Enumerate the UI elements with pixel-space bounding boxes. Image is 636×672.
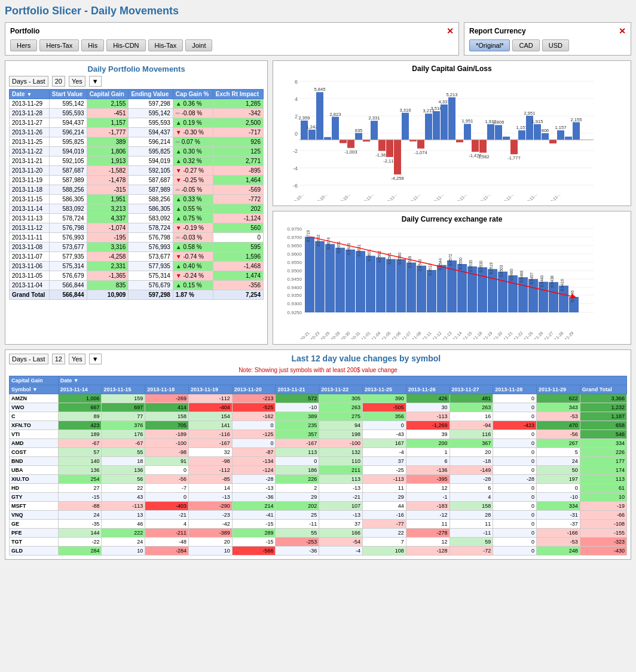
cell-pct: ▼ -0.19 % (173, 223, 213, 233)
symbol-value-cell: 0 (493, 511, 537, 520)
symbol-value-cell: 0 (493, 547, 537, 556)
svg-text:13-11-..: 13-11-.. (362, 192, 375, 201)
cell-gain: -1,777 (87, 128, 129, 137)
symbol-value-cell: -389 (188, 529, 232, 538)
symbol-name: GE (10, 520, 59, 529)
grand-total-gain: 10,909 (87, 290, 129, 300)
symbol-value-cell: 37 (363, 457, 406, 466)
table-row: 2013-11-15 586,305 1,951 588,256 ▲ 0.33 … (10, 195, 264, 204)
symbol-value-cell: -48 (145, 538, 189, 547)
svg-text:0.9440: 0.9440 (540, 275, 544, 287)
list-item: PFE144222-211-3892895516622-278-110-166-… (10, 529, 627, 538)
symbol-value-cell: 77 (102, 412, 145, 421)
symbol-value-cell: -116 (188, 430, 232, 439)
symbol-name: PFE (10, 529, 59, 538)
symbol-value-cell: 4 (145, 520, 189, 529)
symbol-value-cell: 1,006 (58, 394, 102, 403)
cell-exch: 0 (213, 233, 263, 243)
symbol-value-cell: 43 (102, 493, 145, 502)
symbol-value-cell: 44 (363, 502, 406, 511)
currency-pin-icon[interactable]: ✕ (619, 26, 626, 36)
symbol-value-cell: -183 (406, 502, 450, 511)
middle-section: Daily Portfolio Movements Days - Last 20… (5, 60, 631, 345)
symbol-value-cell: -108 (580, 520, 626, 529)
symbol-value-cell: 334 (580, 439, 626, 448)
portfolio-btn-his-cdn[interactable]: His-CDN (106, 39, 145, 51)
currency-btn-cad[interactable]: CAD (512, 39, 539, 51)
cell-start: 595,593 (49, 109, 87, 118)
grand-total-end: 597,298 (129, 290, 173, 300)
symbol-header-row1: Capital GainDate ▼ (10, 376, 627, 385)
symbol-value-cell: 198 (319, 430, 363, 439)
col-date: Date ▼ (10, 90, 50, 99)
symbol-value-cell: -53 (537, 538, 580, 547)
svg-text:13-11-..: 13-11-.. (502, 192, 515, 201)
portfolio-header: Portfolio ✕ (10, 26, 454, 36)
symbol-value-cell: -31 (537, 511, 580, 520)
symbol-name: VWO (10, 403, 59, 412)
symbol-value-cell: 12 (406, 538, 450, 547)
cell-end: 573,677 (129, 252, 173, 262)
symbol-value-cell: 11 (450, 520, 493, 529)
symbol-filter-dropdown[interactable]: ▼ (89, 354, 102, 364)
list-item: TGT-2224-4820-15-253-54712590-53-323 (10, 538, 627, 547)
cell-pct: ▲ 0.15 % (173, 281, 213, 290)
cell-start: 587,687 (49, 166, 87, 176)
symbol-col-header-capital-gain: Capital Gain (10, 376, 59, 385)
cell-gain: 3,316 (87, 243, 129, 252)
cell-pct: ▲ 0.55 % (173, 204, 213, 214)
symbol-col-date: 2013-11-22 (319, 385, 363, 394)
cell-date: 2013-11-20 (10, 166, 50, 176)
symbol-value-cell: -36 (232, 493, 276, 502)
symbol-value-cell: 0 (276, 457, 319, 466)
cell-start: 578,724 (49, 214, 87, 223)
symbol-value-cell: 305 (319, 394, 363, 403)
portfolio-btn-joint[interactable]: Joint (185, 39, 212, 51)
symbol-value-cell: -54 (319, 538, 363, 547)
bar (417, 140, 424, 149)
symbol-value-cell: 7 (363, 538, 406, 547)
list-item: VTI189176-189-116-125357198-43391160-565… (10, 430, 627, 439)
symbol-value-cell: -505 (363, 403, 406, 412)
cell-pct: ▲ 0.32 % (173, 157, 213, 166)
symbol-value-cell: 414 (145, 403, 189, 412)
currency-btn-usd[interactable]: USD (542, 39, 569, 51)
cell-pct: ═ -0.03 % (173, 233, 213, 243)
currency-label: Report Currency (469, 27, 526, 35)
portfolio-btn-hers[interactable]: Hers (10, 39, 37, 51)
symbol-value-cell: 10 (580, 493, 626, 502)
symbol-value-cell: -67 (102, 439, 145, 448)
cell-gain: -1,074 (87, 223, 129, 233)
currency-btn--original-[interactable]: *Original* (469, 39, 510, 51)
symbol-value-cell: 55 (102, 448, 145, 457)
cell-gain: -1,365 (87, 271, 129, 281)
svg-text:2,155: 2,155 (571, 117, 582, 122)
symbol-value-cell: 186 (276, 466, 319, 475)
filter-yes: Yes (69, 76, 85, 87)
col-exch: Exch Rt Impact (213, 90, 263, 99)
cell-pct: ▲ 0.19 % (173, 118, 213, 128)
page-title: Portfolio Slicer - Daily Movements (5, 5, 631, 17)
cell-start: 576,679 (49, 271, 87, 281)
portfolio-btn-his-tax[interactable]: His-Tax (148, 39, 184, 51)
cell-exch: -342 (213, 109, 263, 118)
symbol-value-cell: 29 (363, 493, 406, 502)
svg-text:2,331: 2,331 (369, 115, 380, 121)
portfolio-pin-icon[interactable]: ✕ (447, 26, 454, 36)
currency-bar (427, 270, 436, 312)
symbol-name: XFN.TO (10, 421, 59, 430)
filter-dropdown[interactable]: ▼ (89, 76, 102, 87)
bar (510, 140, 518, 154)
symbol-value-cell: -42 (188, 520, 232, 529)
symbol-value-cell: 667 (58, 403, 102, 412)
bar (549, 140, 556, 143)
svg-text:13-11-..: 13-11-.. (478, 192, 491, 201)
symbol-value-cell: -98 (145, 448, 189, 457)
symbol-name: GTY (10, 493, 59, 502)
portfolio-btn-his[interactable]: His (81, 39, 104, 51)
svg-text:0.9457: 0.9457 (530, 272, 534, 284)
portfolio-btn-hers-tax[interactable]: Hers-Tax (39, 39, 79, 51)
cell-pct: ═ -0.05 % (173, 185, 213, 195)
symbol-value-cell: 158 (450, 502, 493, 511)
bar (347, 140, 354, 148)
